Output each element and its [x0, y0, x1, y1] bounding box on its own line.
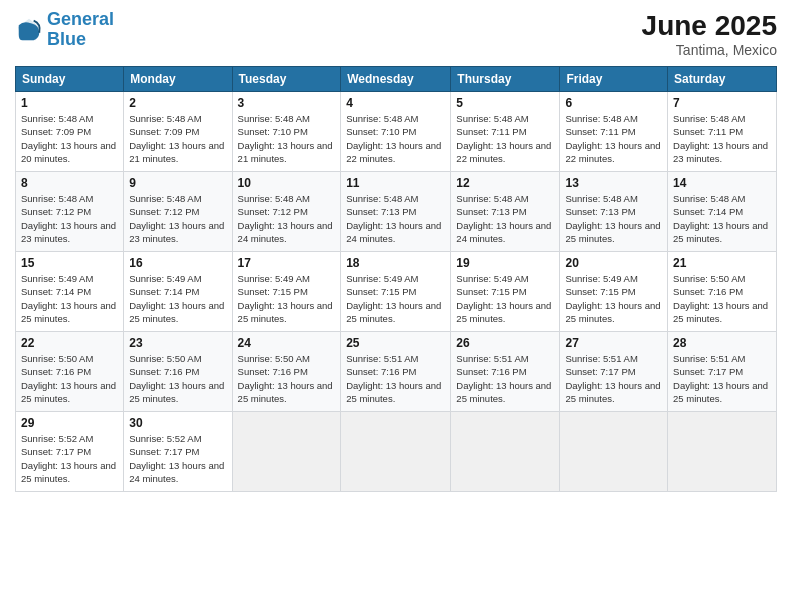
calendar-cell: 23 Sunrise: 5:50 AM Sunset: 7:16 PM Dayl… [124, 332, 232, 412]
header-monday: Monday [124, 67, 232, 92]
day-number: 4 [346, 96, 445, 110]
calendar-cell: 27 Sunrise: 5:51 AM Sunset: 7:17 PM Dayl… [560, 332, 668, 412]
day-number: 30 [129, 416, 226, 430]
calendar-cell: 1 Sunrise: 5:48 AM Sunset: 7:09 PM Dayli… [16, 92, 124, 172]
day-info: Sunrise: 5:48 AM Sunset: 7:14 PM Dayligh… [673, 192, 771, 245]
day-number: 14 [673, 176, 771, 190]
calendar-cell: 8 Sunrise: 5:48 AM Sunset: 7:12 PM Dayli… [16, 172, 124, 252]
calendar-cell: 21 Sunrise: 5:50 AM Sunset: 7:16 PM Dayl… [668, 252, 777, 332]
calendar-cell [560, 412, 668, 492]
day-number: 26 [456, 336, 554, 350]
day-info: Sunrise: 5:48 AM Sunset: 7:09 PM Dayligh… [21, 112, 118, 165]
calendar-cell: 16 Sunrise: 5:49 AM Sunset: 7:14 PM Dayl… [124, 252, 232, 332]
day-number: 11 [346, 176, 445, 190]
calendar-cell: 26 Sunrise: 5:51 AM Sunset: 7:16 PM Dayl… [451, 332, 560, 412]
day-number: 9 [129, 176, 226, 190]
day-number: 22 [21, 336, 118, 350]
calendar-cell [451, 412, 560, 492]
day-info: Sunrise: 5:48 AM Sunset: 7:10 PM Dayligh… [346, 112, 445, 165]
day-number: 15 [21, 256, 118, 270]
day-number: 13 [565, 176, 662, 190]
day-info: Sunrise: 5:48 AM Sunset: 7:10 PM Dayligh… [238, 112, 336, 165]
calendar-cell: 29 Sunrise: 5:52 AM Sunset: 7:17 PM Dayl… [16, 412, 124, 492]
calendar-cell: 9 Sunrise: 5:48 AM Sunset: 7:12 PM Dayli… [124, 172, 232, 252]
header-row: Sunday Monday Tuesday Wednesday Thursday… [16, 67, 777, 92]
calendar-cell [232, 412, 341, 492]
day-number: 19 [456, 256, 554, 270]
day-number: 29 [21, 416, 118, 430]
calendar-cell: 30 Sunrise: 5:52 AM Sunset: 7:17 PM Dayl… [124, 412, 232, 492]
calendar-cell: 19 Sunrise: 5:49 AM Sunset: 7:15 PM Dayl… [451, 252, 560, 332]
calendar-cell: 14 Sunrise: 5:48 AM Sunset: 7:14 PM Dayl… [668, 172, 777, 252]
day-info: Sunrise: 5:48 AM Sunset: 7:12 PM Dayligh… [129, 192, 226, 245]
day-number: 25 [346, 336, 445, 350]
day-number: 16 [129, 256, 226, 270]
day-info: Sunrise: 5:49 AM Sunset: 7:14 PM Dayligh… [129, 272, 226, 325]
day-number: 23 [129, 336, 226, 350]
calendar-cell: 22 Sunrise: 5:50 AM Sunset: 7:16 PM Dayl… [16, 332, 124, 412]
logo-line1: General [47, 10, 114, 30]
day-info: Sunrise: 5:51 AM Sunset: 7:17 PM Dayligh… [565, 352, 662, 405]
logo: General Blue [15, 10, 114, 50]
calendar-row: 29 Sunrise: 5:52 AM Sunset: 7:17 PM Dayl… [16, 412, 777, 492]
day-info: Sunrise: 5:49 AM Sunset: 7:15 PM Dayligh… [456, 272, 554, 325]
day-info: Sunrise: 5:50 AM Sunset: 7:16 PM Dayligh… [21, 352, 118, 405]
day-info: Sunrise: 5:48 AM Sunset: 7:11 PM Dayligh… [565, 112, 662, 165]
day-number: 6 [565, 96, 662, 110]
day-info: Sunrise: 5:48 AM Sunset: 7:13 PM Dayligh… [565, 192, 662, 245]
day-number: 21 [673, 256, 771, 270]
day-info: Sunrise: 5:50 AM Sunset: 7:16 PM Dayligh… [129, 352, 226, 405]
calendar-row: 8 Sunrise: 5:48 AM Sunset: 7:12 PM Dayli… [16, 172, 777, 252]
month-title: June 2025 [642, 10, 777, 42]
day-info: Sunrise: 5:48 AM Sunset: 7:09 PM Dayligh… [129, 112, 226, 165]
calendar-cell: 11 Sunrise: 5:48 AM Sunset: 7:13 PM Dayl… [341, 172, 451, 252]
day-info: Sunrise: 5:52 AM Sunset: 7:17 PM Dayligh… [129, 432, 226, 485]
calendar-cell: 15 Sunrise: 5:49 AM Sunset: 7:14 PM Dayl… [16, 252, 124, 332]
day-info: Sunrise: 5:50 AM Sunset: 7:16 PM Dayligh… [238, 352, 336, 405]
calendar-row: 22 Sunrise: 5:50 AM Sunset: 7:16 PM Dayl… [16, 332, 777, 412]
calendar-cell: 28 Sunrise: 5:51 AM Sunset: 7:17 PM Dayl… [668, 332, 777, 412]
day-number: 2 [129, 96, 226, 110]
day-number: 24 [238, 336, 336, 350]
day-info: Sunrise: 5:49 AM Sunset: 7:14 PM Dayligh… [21, 272, 118, 325]
calendar-cell: 6 Sunrise: 5:48 AM Sunset: 7:11 PM Dayli… [560, 92, 668, 172]
day-info: Sunrise: 5:49 AM Sunset: 7:15 PM Dayligh… [238, 272, 336, 325]
header-friday: Friday [560, 67, 668, 92]
day-number: 20 [565, 256, 662, 270]
day-info: Sunrise: 5:49 AM Sunset: 7:15 PM Dayligh… [565, 272, 662, 325]
logo-text: General Blue [47, 10, 114, 50]
day-info: Sunrise: 5:51 AM Sunset: 7:16 PM Dayligh… [346, 352, 445, 405]
day-info: Sunrise: 5:49 AM Sunset: 7:15 PM Dayligh… [346, 272, 445, 325]
day-number: 17 [238, 256, 336, 270]
calendar-cell: 13 Sunrise: 5:48 AM Sunset: 7:13 PM Dayl… [560, 172, 668, 252]
day-number: 27 [565, 336, 662, 350]
calendar-cell: 12 Sunrise: 5:48 AM Sunset: 7:13 PM Dayl… [451, 172, 560, 252]
logo-line2: Blue [47, 30, 114, 50]
header-thursday: Thursday [451, 67, 560, 92]
day-number: 10 [238, 176, 336, 190]
calendar-row: 15 Sunrise: 5:49 AM Sunset: 7:14 PM Dayl… [16, 252, 777, 332]
header-wednesday: Wednesday [341, 67, 451, 92]
day-info: Sunrise: 5:48 AM Sunset: 7:12 PM Dayligh… [238, 192, 336, 245]
day-number: 8 [21, 176, 118, 190]
day-number: 28 [673, 336, 771, 350]
day-info: Sunrise: 5:51 AM Sunset: 7:16 PM Dayligh… [456, 352, 554, 405]
calendar-table: Sunday Monday Tuesday Wednesday Thursday… [15, 66, 777, 492]
day-info: Sunrise: 5:48 AM Sunset: 7:11 PM Dayligh… [456, 112, 554, 165]
calendar-cell: 2 Sunrise: 5:48 AM Sunset: 7:09 PM Dayli… [124, 92, 232, 172]
calendar-cell: 25 Sunrise: 5:51 AM Sunset: 7:16 PM Dayl… [341, 332, 451, 412]
calendar-row: 1 Sunrise: 5:48 AM Sunset: 7:09 PM Dayli… [16, 92, 777, 172]
calendar-cell: 10 Sunrise: 5:48 AM Sunset: 7:12 PM Dayl… [232, 172, 341, 252]
logo-icon [15, 16, 43, 44]
day-info: Sunrise: 5:50 AM Sunset: 7:16 PM Dayligh… [673, 272, 771, 325]
calendar-cell: 7 Sunrise: 5:48 AM Sunset: 7:11 PM Dayli… [668, 92, 777, 172]
day-number: 12 [456, 176, 554, 190]
header: General Blue June 2025 Tantima, Mexico [15, 10, 777, 58]
calendar-cell: 17 Sunrise: 5:49 AM Sunset: 7:15 PM Dayl… [232, 252, 341, 332]
calendar-cell: 24 Sunrise: 5:50 AM Sunset: 7:16 PM Dayl… [232, 332, 341, 412]
calendar-cell: 18 Sunrise: 5:49 AM Sunset: 7:15 PM Dayl… [341, 252, 451, 332]
day-info: Sunrise: 5:52 AM Sunset: 7:17 PM Dayligh… [21, 432, 118, 485]
day-info: Sunrise: 5:48 AM Sunset: 7:12 PM Dayligh… [21, 192, 118, 245]
location-subtitle: Tantima, Mexico [642, 42, 777, 58]
day-info: Sunrise: 5:51 AM Sunset: 7:17 PM Dayligh… [673, 352, 771, 405]
